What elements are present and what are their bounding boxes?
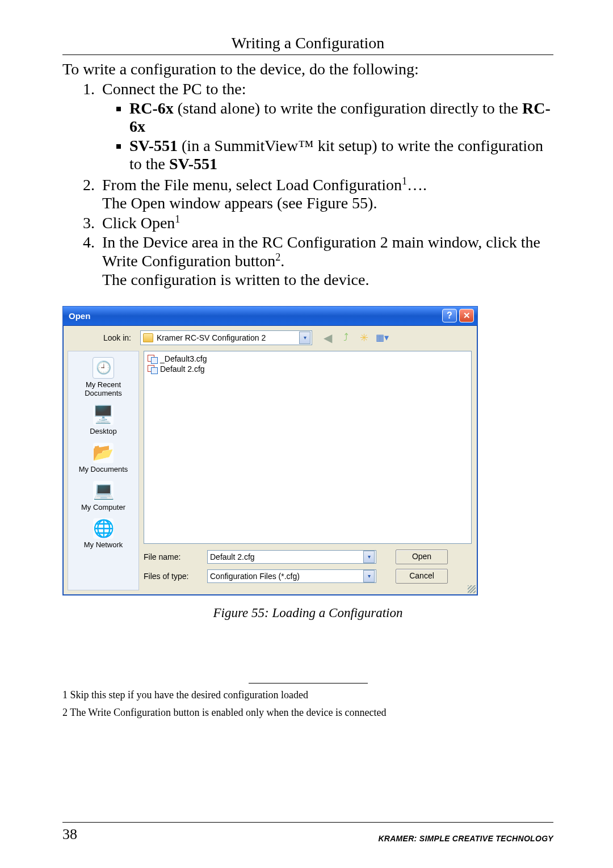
file-type-combo[interactable]: Configuration Files (*.cfg) ▾ [207, 569, 376, 583]
place-desktop[interactable]: Desktop [90, 405, 117, 436]
step-4-b: . [280, 253, 284, 270]
place-documents[interactable]: My Documents [79, 443, 128, 474]
footer-rule [62, 822, 553, 823]
views-icon[interactable]: ▦▾ [376, 332, 388, 344]
dialog-titlebar: Open ? ✕ [63, 307, 477, 326]
step-2-b: …. [407, 176, 427, 194]
file-name-combo[interactable]: Default 2.cfg ▾ [207, 550, 376, 564]
file-name-label: File name: [144, 552, 207, 561]
place-network[interactable]: My Network [84, 518, 123, 550]
file-item-label: Default 2.cfg [160, 364, 205, 374]
step-1: Connect the PC to the: RC-6x (stand alon… [99, 80, 553, 173]
step-2-a: From the File menu, select Load Configur… [102, 176, 402, 194]
place-computer[interactable]: My Computer [81, 481, 125, 512]
up-one-level-icon[interactable]: ⤴ [339, 332, 352, 344]
step-3-sup: 1 [175, 213, 180, 225]
step-1-bullet-1: RC-6x (stand alone) to write the configu… [129, 99, 553, 136]
folder-icon [143, 333, 153, 342]
computer-icon [93, 481, 114, 501]
step-1-bullet-2: SV-551 (in a SummitView™ kit setup) to w… [129, 137, 553, 173]
resize-grip-icon[interactable] [468, 585, 476, 593]
places-bar: My Recent Documents Desktop My Documents… [68, 351, 139, 590]
look-in-dropdown-arrow[interactable]: ▾ [299, 332, 310, 344]
place-recent[interactable]: My Recent Documents [68, 357, 138, 398]
step-4-a: In the Device area in the RC Configurati… [102, 233, 540, 270]
place-computer-label: My Computer [81, 504, 125, 512]
cancel-button[interactable]: Cancel [396, 569, 448, 584]
file-item[interactable]: Default 2.cfg [148, 364, 468, 374]
place-desktop-label: Desktop [90, 427, 117, 436]
rc6x-bold-1: RC-6x [129, 99, 174, 117]
file-item-label: _Default3.cfg [160, 354, 207, 363]
step-1-sublist: RC-6x (stand alone) to write the configu… [102, 99, 553, 173]
sv551-bold-1: SV-551 [129, 137, 178, 154]
documents-icon [93, 443, 114, 463]
footnote-1: 1 Skip this step if you have the desired… [62, 689, 553, 701]
step-3-a: Click Open [102, 214, 175, 232]
file-list[interactable]: _Default3.cfg Default 2.cfg [144, 351, 472, 544]
help-button[interactable]: ? [442, 309, 457, 322]
cfg-file-icon [148, 355, 157, 363]
footnote-separator [249, 683, 368, 684]
look-in-combo[interactable]: Kramer RC-SV Configuration 2 ▾ [140, 330, 312, 345]
file-type-value: Configuration Files (*.cfg) [210, 572, 300, 581]
place-documents-label: My Documents [79, 466, 128, 474]
recent-icon [93, 357, 114, 379]
step-2-c: The Open window appears (see Figure 55). [102, 194, 377, 212]
sv551-bold-2: SV-551 [169, 155, 217, 173]
step-3: Click Open1 [99, 213, 553, 232]
footer-brand: KRAMER: SIMPLE CREATIVE TECHNOLOGY [378, 834, 553, 843]
look-in-row: Look in: Kramer RC-SV Configuration 2 ▾ … [63, 326, 477, 351]
file-item[interactable]: _Default3.cfg [148, 354, 468, 364]
open-button[interactable]: Open [396, 550, 448, 564]
intro-text: To write a configuration to the device, … [62, 58, 553, 80]
page-footer: 38 KRAMER: SIMPLE CREATIVE TECHNOLOGY [62, 822, 553, 843]
step-4-c: The configuration is written to the devi… [102, 271, 369, 288]
cfg-file-icon [148, 365, 157, 373]
network-icon [93, 518, 114, 539]
open-dialog: Open ? ✕ Look in: Kramer RC-SV Configura… [62, 306, 478, 596]
dialog-title: Open [69, 311, 90, 321]
page-number: 38 [62, 826, 77, 843]
file-type-label: Files of type: [144, 572, 207, 581]
step-4-sup: 2 [275, 251, 280, 263]
instruction-list: Connect the PC to the: RC-6x (stand alon… [62, 80, 553, 289]
place-recent-label: My Recent Documents [68, 381, 138, 398]
toolbar-icons: ◀ ⤴ ✳ ▦▾ [321, 332, 388, 344]
step-2-sup: 1 [402, 175, 407, 187]
step-1-lead: Connect the PC to the: [102, 80, 246, 98]
look-in-value: Kramer RC-SV Configuration 2 [157, 333, 266, 342]
file-name-value: Default 2.cfg [210, 552, 255, 561]
desktop-icon [93, 405, 114, 425]
new-folder-icon[interactable]: ✳ [358, 332, 370, 344]
place-network-label: My Network [84, 541, 123, 550]
close-button[interactable]: ✕ [459, 309, 474, 322]
file-type-dropdown-arrow[interactable]: ▾ [363, 570, 375, 582]
header-rule [62, 54, 553, 55]
figure-caption: Figure 55: Loading a Configuration [62, 606, 553, 620]
step-2: From the File menu, select Load Configur… [99, 175, 553, 212]
rc6x-text: (stand alone) to write the configuration… [174, 99, 522, 117]
header-section-title: Writing a Configuration [62, 34, 553, 52]
step-4: In the Device area in the RC Configurati… [99, 233, 553, 288]
back-icon[interactable]: ◀ [321, 332, 334, 344]
file-name-dropdown-arrow[interactable]: ▾ [363, 551, 375, 563]
look-in-label: Look in: [63, 333, 137, 342]
footnote-2: 2 The Write Configuration button is enab… [62, 707, 553, 719]
